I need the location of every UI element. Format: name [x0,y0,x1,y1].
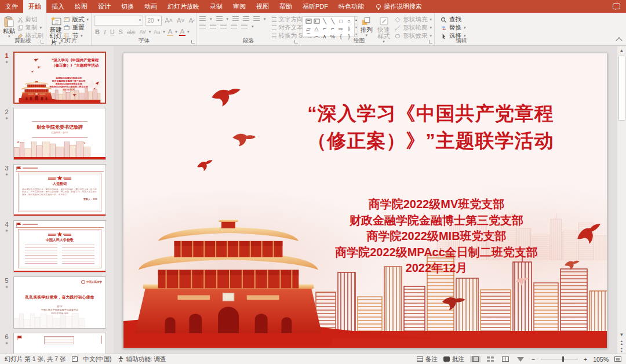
slide-thumbnail-2[interactable]: 财金学院党委书记致辞 汇报老师：孙XX [13,108,106,160]
paragraph-dialog-launcher-icon[interactable] [294,40,298,43]
shape-parallelogram-icon[interactable]: ▱ [306,26,310,32]
decrease-indent-icon[interactable] [232,16,239,21]
slide-counter[interactable]: 幻灯片 第 1 张, 共 7 张 [5,355,66,363]
italic-button[interactable]: I [103,28,107,35]
shape-outline-button[interactable]: 形状轮廓▾ [395,24,432,31]
slideshow-view-button[interactable] [515,356,526,362]
strikethrough-button[interactable]: abc [126,29,137,35]
vertical-scrollbar[interactable]: ▲ ▼ ▴▴ ▾▾ [617,46,626,354]
zoom-in-button[interactable]: + [584,356,587,363]
previous-slide-button[interactable]: ▴▴ [621,338,623,346]
slide-subtitle-textbox[interactable]: 商学院2022级MV班党支部 财政金融学院金融博士第三党支部 商学院2022级M… [292,196,581,276]
slide-thumbnail-1[interactable]: “深入学习《中国共产党章程（修正案）》”主题联学活动 商学院2022级MV班党支… [13,52,106,104]
slide-thumbnail-5[interactable]: 中国人民大学 扎扎实实学好党章，奋力践行初心使命 苏XX 中国人民大学财政金融学… [13,276,106,329]
align-right-icon[interactable] [220,24,227,29]
new-slide-button[interactable]: 新建幻灯片 ▾ [49,15,63,37]
text-shadow-button[interactable]: S [118,28,124,35]
copy-button[interactable]: 复制▾ [17,24,44,31]
tab-foxit-pdf[interactable]: 福昕PDF [297,0,333,13]
increase-indent-icon[interactable] [243,16,249,21]
shape-triangle-icon[interactable]: △ [314,26,318,32]
character-spacing-button[interactable]: AV [138,29,147,35]
language-button[interactable]: 中文(中国) [83,355,112,363]
drawing-dialog-launcher-icon[interactable] [429,40,432,43]
highlight-color-button[interactable]: A [167,28,173,36]
clear-formatting-icon[interactable]: A̷ [188,17,194,24]
shape-oval-icon[interactable]: ○ [347,18,351,24]
layout-button[interactable]: 版式▾ [64,16,89,23]
tell-me-search[interactable]: 操作说明搜索 [376,0,422,13]
next-slide-button[interactable]: ▾▾ [621,346,623,354]
columns-icon[interactable] [241,24,248,29]
font-dialog-launcher-icon[interactable] [191,40,195,43]
slide-thumbnail-4[interactable]: 中国人民大学校歌 [13,220,106,272]
replace-button[interactable]: 替换▾ [441,24,466,31]
justify-icon[interactable] [231,24,237,29]
zoom-level[interactable]: 105% [593,356,609,363]
notes-button[interactable]: 备注 [417,355,438,363]
paste-button[interactable]: 粘贴 ▾ [2,15,16,37]
vertical-textbox-icon[interactable] [314,19,320,24]
shape-rectangle-icon[interactable]: □ [339,18,343,24]
font-color-button[interactable]: A [179,28,185,36]
decrease-font-icon[interactable]: A˅ [176,17,186,24]
reading-view-button[interactable] [500,356,511,362]
increase-font-icon[interactable]: A˄ [163,17,174,24]
shape-line2-icon[interactable]: ╲ [331,18,334,24]
comments-titlebar-icon[interactable] [613,3,620,9]
tab-home[interactable]: 开始 [23,0,46,13]
bold-button[interactable]: B [94,28,101,35]
slide-canvas[interactable]: “深入学习《中国共产党章程 （修正案）》”主题联学活动 商学院2022级MV班党… [123,53,607,348]
slide-thumbnail-3[interactable]: 入党誓词 我志愿加入中国共产党，拥护党的纲领，遵守党的章程，履行党员义务，执行党… [13,164,106,216]
line-spacing-icon[interactable] [253,16,260,21]
slide-sorter-view-button[interactable] [485,356,496,362]
horizontal-textbox-icon[interactable] [305,19,312,24]
tab-insert[interactable]: 插入 [46,0,70,13]
align-left-icon[interactable] [199,24,206,29]
tab-draw[interactable]: 绘图 [70,0,93,13]
reset-button[interactable]: 重置 [64,24,89,31]
shape-arrow-down-icon[interactable]: ⇩ [347,26,351,32]
shape-elbow-arrow-icon[interactable]: ⌐ [331,26,334,32]
normal-view-button[interactable] [470,356,481,362]
change-case-button[interactable]: Aa [152,29,161,35]
arrange-button[interactable]: 排列▾ [359,15,374,37]
tab-review[interactable]: 审阅 [228,0,251,13]
font-name-select[interactable]: ▾ [94,16,143,26]
shapes-gallery[interactable]: ╲ ╲ □ ○ ▱ △ ⌐ ⌐ ⇨ ⇩ ⌒ ~ ∧ % { } [303,16,355,37]
tab-animations[interactable]: 动画 [139,0,162,13]
shapes-more-icon[interactable]: ▾ [355,32,357,36]
cut-button[interactable]: 剪切 [17,16,44,23]
bullets-icon[interactable] [199,16,206,21]
zoom-slider-thumb[interactable] [562,356,564,362]
accessibility-button[interactable]: 辅助功能: 调查 [118,355,166,363]
scroll-up-icon[interactable]: ▲ [620,46,624,54]
tab-view[interactable]: 视图 [251,0,274,13]
tab-file[interactable]: 文件 [0,0,23,13]
tab-transitions[interactable]: 切换 [116,0,139,13]
tab-design[interactable]: 设计 [93,0,116,13]
shapes-scroll-up-icon[interactable]: ▴ [355,17,357,21]
quick-styles-button[interactable]: 快速样式▾ [375,15,393,37]
fit-slide-to-window-button[interactable] [614,356,621,362]
tab-record[interactable]: 录制 [205,0,228,13]
spellcheck-button[interactable] [72,356,78,362]
collapse-ribbon-button[interactable] [616,37,622,43]
scrollbar-thumb[interactable] [618,56,625,121]
align-center-icon[interactable] [210,24,216,29]
comments-button[interactable]: 批注 [443,355,464,363]
scroll-down-icon[interactable]: ▼ [620,330,624,338]
tab-special-features[interactable]: 特色功能 [333,0,369,13]
zoom-slider[interactable] [541,359,578,359]
zoom-out-button[interactable]: − [532,356,535,363]
shape-arrow-right-icon[interactable]: ⇨ [339,26,343,32]
underline-button[interactable]: U [109,28,116,35]
find-button[interactable]: 查找 [441,16,466,23]
tab-help[interactable]: 帮助 [274,0,297,13]
numbering-icon[interactable] [216,16,223,21]
shape-elbow-icon[interactable]: ⌐ [323,26,326,32]
tab-slideshow[interactable]: 幻灯片放映 [162,0,205,13]
clipboard-dialog-launcher-icon[interactable] [41,40,44,43]
shapes-scroll-down-icon[interactable]: ▾ [355,25,357,29]
shape-fill-button[interactable]: 形状填充▾ [395,16,432,23]
